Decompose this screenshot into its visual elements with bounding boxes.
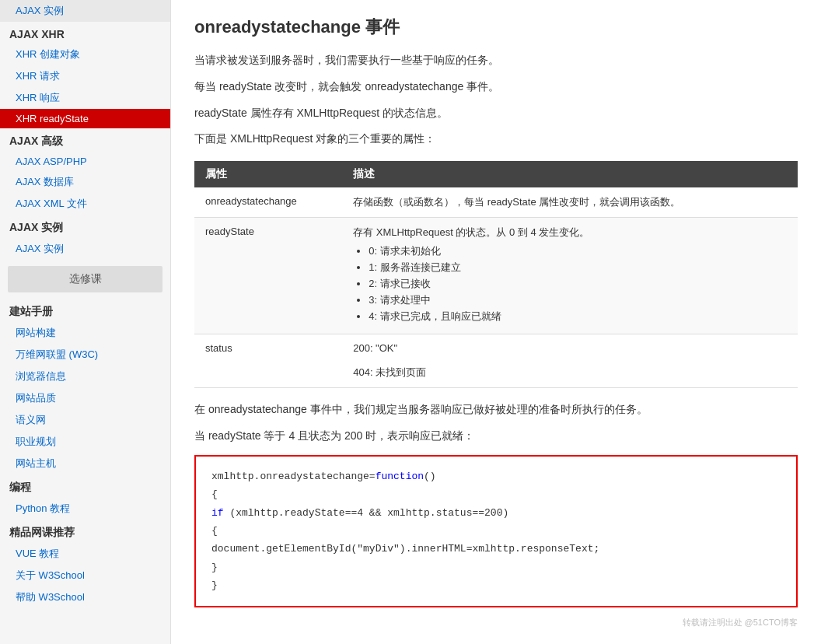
sidebar-elective: 选修课 bbox=[8, 266, 162, 292]
sidebar-item-vue[interactable]: VUE 教程 bbox=[0, 543, 170, 565]
list-item: 2: 请求已接收 bbox=[369, 277, 787, 291]
sidebar: AJAX 实例AJAX XHRXHR 创建对象XHR 请求XHR 响应XHR r… bbox=[0, 0, 171, 644]
sidebar-item-xhr-response[interactable]: XHR 响应 bbox=[0, 87, 170, 109]
list-item: 1: 服务器连接已建立 bbox=[369, 261, 787, 275]
sidebar-item-xhr-readystate[interactable]: XHR readyState bbox=[0, 109, 170, 128]
sidebar-item-xhr-request[interactable]: XHR 请求 bbox=[0, 65, 170, 87]
list-item: 4: 请求已完成，且响应已就绪 bbox=[369, 310, 787, 324]
code-line: { bbox=[211, 485, 781, 503]
para5: 在 onreadystatechange 事件中，我们规定当服务器响应已做好被处… bbox=[194, 401, 798, 419]
sidebar-item-site-quality[interactable]: 网站品质 bbox=[0, 387, 170, 409]
sidebar-section-ajax-xhr-title: AJAX XHR bbox=[0, 22, 170, 44]
property-name: readyState bbox=[194, 218, 342, 334]
code-line: document.getElementById("myDiv").innerHT… bbox=[211, 540, 781, 558]
para4: 下面是 XMLHttpRequest 对象的三个重要的属性： bbox=[194, 130, 798, 149]
code-line: } bbox=[211, 558, 781, 576]
property-name: onreadystatechange bbox=[194, 187, 342, 218]
sidebar-item-hosting[interactable]: 网站主机 bbox=[0, 453, 170, 474]
sidebar-item-python[interactable]: Python 教程 bbox=[0, 498, 170, 520]
sidebar-section-ajax-examples-title: AJAX 实例 bbox=[0, 215, 170, 238]
watermark: 转载请注明出处 @51CTO博客 bbox=[194, 617, 798, 628]
para3: readyState 属性存有 XMLHttpRequest 的状态信息。 bbox=[194, 104, 798, 123]
code-line: } bbox=[211, 576, 781, 594]
status-200: 200: "OK" bbox=[353, 342, 397, 354]
para2: 每当 readyState 改变时，就会触发 onreadystatechang… bbox=[194, 78, 798, 96]
table-row: status200: "OK"404: 未找到页面 bbox=[194, 334, 798, 388]
sidebar-item-site-build[interactable]: 网站构建 bbox=[0, 322, 170, 344]
sidebar-item-semantics[interactable]: 语义网 bbox=[0, 409, 170, 431]
table-row: onreadystatechange存储函数（或函数名），每当 readySta… bbox=[194, 187, 798, 218]
sidebar-item-ajax-examples[interactable]: AJAX 实例 bbox=[0, 238, 170, 260]
property-description: 存储函数（或函数名），每当 readyState 属性改变时，就会调用该函数。 bbox=[342, 187, 798, 218]
list-item: 3: 请求处理中 bbox=[369, 293, 787, 307]
sidebar-item-browser-info[interactable]: 浏览器信息 bbox=[0, 366, 170, 387]
sidebar-item-ajax-database[interactable]: AJAX 数据库 bbox=[0, 171, 170, 193]
property-description: 存有 XMLHttpRequest 的状态。从 0 到 4 发生变化。0: 请求… bbox=[342, 218, 798, 334]
sidebar-item-career[interactable]: 职业规划 bbox=[0, 431, 170, 453]
status-404: 404: 未找到页面 bbox=[353, 366, 426, 378]
para1: 当请求被发送到服务器时，我们需要执行一些基于响应的任务。 bbox=[194, 51, 798, 70]
property-description: 200: "OK"404: 未找到页面 bbox=[342, 334, 798, 388]
sidebar-section-courses-title: 精品网课推荐 bbox=[0, 520, 170, 543]
main-content: onreadystatechange 事件 当请求被发送到服务器时，我们需要执行… bbox=[171, 0, 821, 644]
sidebar-item-help-w3school[interactable]: 帮助 W3School bbox=[0, 586, 170, 608]
sidebar-section-ajax-advanced-title: AJAX 高级 bbox=[0, 128, 170, 152]
sidebar-section-programming-title: 编程 bbox=[0, 474, 170, 498]
bullet-list: 0: 请求未初始化1: 服务器连接已建立2: 请求已接收3: 请求处理中4: 请… bbox=[353, 244, 787, 324]
table-row: readyState存有 XMLHttpRequest 的状态。从 0 到 4 … bbox=[194, 218, 798, 334]
sidebar-item-w3c[interactable]: 万维网联盟 (W3C) bbox=[0, 344, 170, 366]
col-header-description: 描述 bbox=[342, 161, 798, 187]
code-block: xmlhttp.onreadystatechange=function() { … bbox=[194, 455, 798, 607]
sidebar-section-website-manual-title: 建站手册 bbox=[0, 299, 170, 322]
sidebar-item-about-w3school[interactable]: 关于 W3School bbox=[0, 565, 170, 586]
col-header-property: 属性 bbox=[194, 161, 342, 187]
code-line: xmlhttp.onreadystatechange=function() bbox=[211, 467, 781, 485]
property-name: status bbox=[194, 334, 342, 388]
code-line: { bbox=[211, 522, 781, 540]
list-item: 0: 请求未初始化 bbox=[369, 244, 787, 258]
sidebar-item-xhr-create[interactable]: XHR 创建对象 bbox=[0, 44, 170, 65]
code-line: if (xmlhttp.readyState==4 && xmlhttp.sta… bbox=[211, 504, 781, 522]
sidebar-item-ajax-asp-php[interactable]: AJAX ASP/PHP bbox=[0, 152, 170, 171]
para6: 当 readyState 等于 4 且状态为 200 时，表示响应已就绪： bbox=[194, 427, 798, 446]
sidebar-item-ajax-example-top[interactable]: AJAX 实例 bbox=[0, 0, 170, 22]
properties-table: 属性 描述 onreadystatechange存储函数（或函数名），每当 re… bbox=[194, 161, 798, 388]
page-title: onreadystatechange 事件 bbox=[194, 16, 798, 39]
sidebar-item-ajax-xml[interactable]: AJAX XML 文件 bbox=[0, 193, 170, 215]
